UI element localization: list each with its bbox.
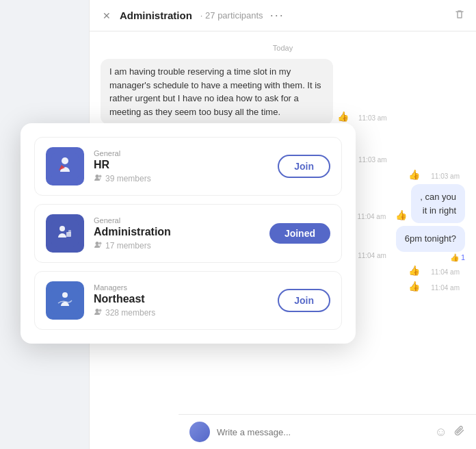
channel-icon-administration	[46, 214, 84, 253]
message-time: 11:03 am	[358, 156, 387, 164]
joined-button-administration[interactable]: Joined	[269, 223, 330, 244]
svg-point-9	[99, 242, 102, 244]
channel-info-northeast: Managers Northeast 328 members	[94, 283, 268, 318]
like-button[interactable]: 👍	[408, 265, 420, 276]
message-time: 11:04 am	[358, 252, 386, 259]
members-icon	[94, 240, 103, 251]
like-count: 👍1	[450, 253, 465, 262]
message-time: 11:04 am	[358, 213, 386, 220]
channel-members: 17 members	[94, 240, 260, 251]
message-time: 11:03 am	[358, 114, 387, 122]
channel-info-administration: General Administration 17 members	[94, 216, 260, 251]
message-bubble: 6pm tonight?	[396, 226, 465, 252]
like-button[interactable]: 👍	[337, 111, 349, 122]
message-bubble: , can youit in right	[411, 184, 465, 223]
join-button-hr[interactable]: Join	[278, 155, 330, 178]
svg-rect-0	[51, 153, 79, 180]
emoji-button[interactable]: ☺	[435, 425, 447, 439]
svg-rect-6	[66, 232, 71, 237]
message-input-bar: ☺	[178, 414, 476, 449]
close-button[interactable]: ✕	[101, 10, 113, 22]
message-bubble: I am having trouble reserving a time slo…	[101, 59, 333, 125]
message-time: 11:03 am	[431, 172, 460, 180]
more-options-button[interactable]: ···	[270, 8, 285, 23]
like-button[interactable]: 👍	[408, 281, 420, 292]
message-row: I am having trouble reserving a time slo…	[101, 59, 465, 125]
channel-card-administration: General Administration 17 members Joined	[34, 204, 342, 263]
channel-modal: General HR 39 members Join	[21, 123, 356, 344]
channel-type: General	[94, 216, 260, 224]
svg-point-8	[96, 242, 99, 245]
channel-icon-northeast	[46, 281, 84, 320]
channel-card-northeast: Managers Northeast 328 members Join	[34, 271, 342, 330]
svg-point-1	[62, 157, 68, 164]
svg-point-5	[60, 226, 65, 231]
participants-count: · 27 participants	[200, 10, 263, 21]
channel-name: Northeast	[94, 293, 268, 305]
date-label: Today	[101, 44, 465, 52]
like-button[interactable]: 👍	[395, 209, 407, 220]
channel-name: Administration	[94, 226, 260, 238]
message-time: 11:04 am	[431, 284, 460, 292]
channel-type: Managers	[94, 283, 268, 292]
svg-point-13	[99, 309, 102, 311]
message-input[interactable]	[217, 427, 428, 437]
svg-rect-10	[51, 287, 79, 314]
message-time: 11:04 am	[431, 268, 460, 276]
svg-point-2	[96, 175, 99, 178]
channel-type: General	[94, 149, 268, 157]
svg-point-3	[99, 175, 102, 177]
delete-button[interactable]	[454, 9, 465, 22]
svg-point-12	[96, 309, 99, 312]
channel-info-hr: General HR 39 members	[94, 149, 268, 184]
user-avatar	[189, 422, 210, 442]
svg-rect-7	[68, 230, 71, 233]
join-button-northeast[interactable]: Join	[278, 289, 330, 312]
channel-icon-hr	[46, 147, 84, 185]
channel-name: HR	[94, 159, 268, 171]
svg-rect-4	[51, 220, 79, 247]
like-button[interactable]: 👍	[408, 169, 420, 180]
channel-members: 328 members	[94, 307, 268, 318]
attach-button[interactable]	[454, 425, 465, 439]
svg-point-11	[62, 292, 68, 298]
members-icon	[94, 307, 103, 318]
chat-title: Administration	[120, 10, 192, 21]
channel-card-hr: General HR 39 members Join	[34, 137, 342, 196]
chat-header: ✕ Administration · 27 participants ···	[90, 0, 476, 31]
members-icon	[94, 173, 103, 184]
channel-members: 39 members	[94, 173, 268, 184]
